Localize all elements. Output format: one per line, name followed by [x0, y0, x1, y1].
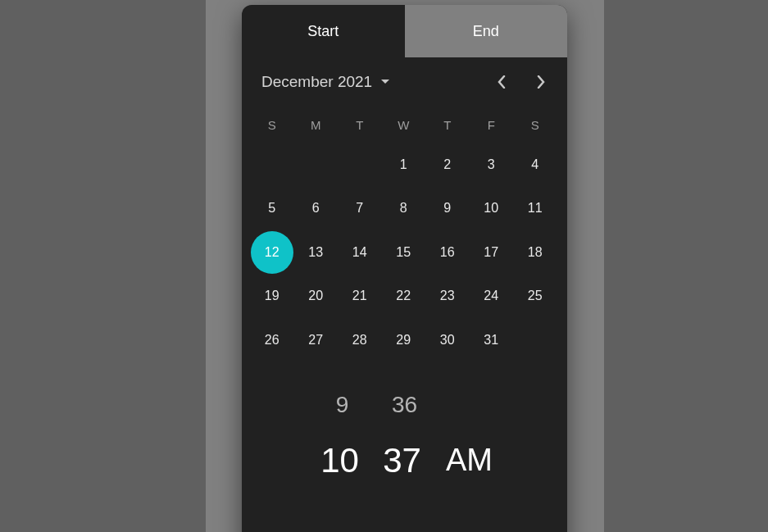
next-month-button[interactable]: [525, 66, 557, 98]
calendar-day-empty: [338, 143, 382, 187]
time-row-prev: 9 36 .: [242, 392, 567, 441]
dow-wed: W: [382, 107, 426, 143]
calendar-day[interactable]: 14: [338, 230, 382, 275]
calendar-day-number: 1: [400, 157, 407, 172]
calendar-day[interactable]: 12: [250, 230, 294, 275]
minute-prev[interactable]: 36: [374, 392, 436, 418]
calendar-day[interactable]: 24: [470, 275, 514, 319]
calendar-day[interactable]: 1: [382, 143, 426, 187]
tab-end-label: End: [473, 23, 499, 40]
calendar-day-empty: [250, 143, 294, 187]
calendar-week: 12131415161718: [250, 230, 559, 275]
calendar-day-empty: [294, 143, 339, 187]
calendar-day-number: 9: [443, 201, 451, 216]
minute-wheel[interactable]: 37: [371, 441, 434, 480]
calendar-day-number: 28: [352, 333, 367, 348]
calendar-day[interactable]: 26: [250, 318, 294, 362]
dow-tue: T: [338, 107, 382, 143]
calendar-day-number: 7: [356, 201, 363, 216]
range-tabs: Start End: [242, 5, 567, 57]
calendar-day-number: 27: [308, 333, 323, 348]
calendar-day[interactable]: 18: [513, 230, 557, 275]
calendar-day-number: 30: [440, 333, 455, 348]
calendar-day-number: 17: [484, 245, 498, 260]
calendar-day[interactable]: 2: [425, 143, 470, 187]
tab-start[interactable]: Start: [242, 5, 405, 57]
calendar-week: 567891011: [250, 187, 559, 231]
chevron-down-icon: [380, 79, 390, 85]
calendar-day[interactable]: 3: [470, 143, 514, 187]
calendar-week: 262728293031: [250, 318, 559, 362]
month-year-select[interactable]: December 2021: [261, 73, 390, 91]
tab-end[interactable]: End: [405, 5, 568, 57]
calendar-day-number: 20: [308, 289, 323, 303]
time-picker: 9 36 . 10 37 AM: [242, 392, 567, 480]
calendar-day[interactable]: 25: [513, 275, 557, 319]
calendar-day[interactable]: 22: [382, 275, 426, 319]
month-year-label: December 2021: [261, 73, 372, 91]
calendar-day-number: 26: [265, 333, 279, 348]
calendar-day-number: 2: [443, 157, 451, 172]
calendar-day[interactable]: 17: [470, 230, 514, 275]
calendar-day-number: 13: [308, 245, 323, 260]
dow-sat: S: [513, 107, 557, 143]
prev-month-button[interactable]: [485, 66, 518, 98]
calendar-day[interactable]: 7: [338, 187, 382, 231]
calendar-day-number: 10: [484, 201, 498, 216]
calendar-day[interactable]: 9: [425, 187, 470, 231]
calendar-day[interactable]: 15: [382, 230, 426, 275]
calendar-day-number: 8: [400, 201, 407, 216]
calendar-day-number: 15: [396, 245, 411, 260]
calendar-day[interactable]: 5: [250, 187, 294, 231]
chevron-right-icon: [537, 75, 545, 89]
calendar-day[interactable]: 23: [425, 275, 470, 319]
chevron-left-icon: [498, 75, 506, 89]
calendar-day-empty: [513, 318, 557, 362]
dow-fri: F: [470, 107, 514, 143]
day-of-week-row: S M T W T F S: [250, 107, 559, 143]
tab-start-label: Start: [307, 23, 339, 40]
calendar-day[interactable]: 30: [425, 318, 470, 362]
hour-prev[interactable]: 9: [311, 392, 374, 418]
hour-wheel[interactable]: 10: [309, 441, 371, 480]
ampm-wheel[interactable]: AM: [439, 443, 501, 478]
calendar-day[interactable]: 31: [470, 318, 514, 362]
calendar-day-number: 11: [528, 201, 543, 216]
calendar-day-number: 12: [265, 245, 279, 260]
calendar-day-number: 25: [528, 289, 543, 303]
calendar-day-number: 19: [265, 289, 279, 303]
calendar-day-number: 31: [484, 333, 498, 348]
calendar-day[interactable]: 27: [294, 318, 339, 362]
dow-mon: M: [294, 107, 339, 143]
calendar-day-number: 5: [268, 201, 275, 216]
calendar-day[interactable]: 13: [294, 230, 339, 275]
calendar-day[interactable]: 21: [338, 275, 382, 319]
calendar-week: 1234: [250, 143, 559, 187]
calendar-day-number: 23: [440, 289, 455, 303]
dow-thu: T: [425, 107, 470, 143]
calendar-day-number: 22: [396, 289, 411, 303]
calendar-day[interactable]: 4: [513, 143, 557, 187]
calendar-day[interactable]: 29: [382, 318, 426, 362]
calendar-day-number: 3: [488, 157, 495, 172]
calendar-grid: S M T W T F S 12345678910111213141516171…: [242, 107, 567, 362]
calendar-day-number: 29: [396, 333, 411, 348]
calendar-day-number: 14: [352, 245, 367, 260]
phone-viewport: Start End December 2021: [206, 0, 604, 532]
calendar-day-number: 4: [531, 157, 539, 172]
calendar-day[interactable]: 11: [513, 187, 557, 231]
calendar-day-number: 6: [312, 201, 320, 216]
calendar-day-number: 18: [528, 245, 543, 260]
dow-sun: S: [250, 107, 294, 143]
calendar-day[interactable]: 16: [425, 230, 470, 275]
calendar-week: 19202122232425: [250, 275, 559, 319]
calendar-day[interactable]: 20: [294, 275, 339, 319]
time-row-main: 10 37 AM: [242, 441, 567, 480]
calendar-day[interactable]: 8: [382, 187, 426, 231]
calendar-day[interactable]: 28: [338, 318, 382, 362]
datetime-range-picker: Start End December 2021: [242, 5, 567, 532]
calendar-day[interactable]: 6: [294, 187, 339, 231]
calendar-day[interactable]: 10: [470, 187, 514, 231]
calendar-day[interactable]: 19: [250, 275, 294, 319]
calendar-header: December 2021: [242, 57, 567, 107]
